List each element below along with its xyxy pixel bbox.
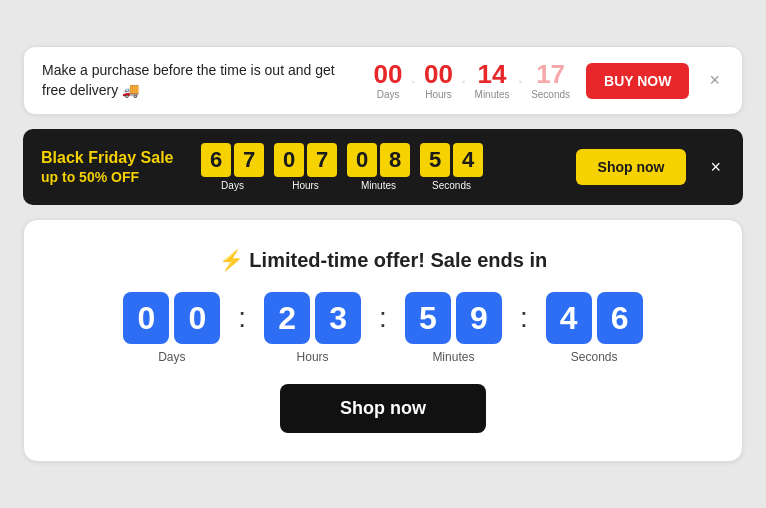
minutes-label: Minutes xyxy=(475,89,510,100)
bf-subtitle: up to 50% OFF xyxy=(41,169,181,185)
sale-seconds-d2: 6 xyxy=(597,292,643,344)
sale-days-label: Days xyxy=(158,350,185,364)
sale-minutes-d2: 9 xyxy=(456,292,502,344)
buy-now-button[interactable]: BUY NOW xyxy=(586,63,689,99)
hours-label: Hours xyxy=(425,89,452,100)
days-value: 00 xyxy=(374,61,403,87)
bf-banner: Black Friday Sale up to 50% OFF 6 7 Days… xyxy=(23,129,743,205)
bf-title: Black Friday Sale xyxy=(41,149,181,167)
sale-days-d2: 0 xyxy=(174,292,220,344)
sale-minutes-d1: 5 xyxy=(405,292,451,344)
sale-days: 0 0 Days xyxy=(123,292,220,364)
sale-countdown: 0 0 Days : 2 3 Hours : 5 9 Minutes : 4 6 xyxy=(123,292,642,364)
delivery-countdown: 00 Days · 00 Hours · 14 Minutes · 17 Sec… xyxy=(374,61,570,100)
sale-seconds-label: Seconds xyxy=(571,350,618,364)
sale-days-digits: 0 0 xyxy=(123,292,220,344)
close-delivery-button[interactable]: × xyxy=(705,70,724,91)
bf-minutes-digits: 0 8 xyxy=(347,143,410,177)
bf-shop-now-button[interactable]: Shop now xyxy=(576,149,687,185)
bf-seconds-label: Seconds xyxy=(432,180,471,191)
bf-seconds-digits: 5 4 xyxy=(420,143,483,177)
bf-hours-d2: 7 xyxy=(307,143,337,177)
seconds-label: Seconds xyxy=(531,89,570,100)
bf-hours-digits: 0 7 xyxy=(274,143,337,177)
sale-hours-digits: 2 3 xyxy=(264,292,361,344)
seconds-value: 17 xyxy=(536,61,565,87)
sale-seconds-d1: 4 xyxy=(546,292,592,344)
sep1: · xyxy=(411,69,417,92)
bf-minutes: 0 8 Minutes xyxy=(347,143,410,191)
sale-seconds-digits: 4 6 xyxy=(546,292,643,344)
delivery-banner: Make a purchase before the time is out a… xyxy=(23,46,743,115)
countdown-seconds: 17 Seconds xyxy=(531,61,570,100)
bf-minutes-d1: 0 xyxy=(347,143,377,177)
bf-countdown: 6 7 Days 0 7 Hours 0 8 Minutes 5 4 Secon… xyxy=(201,143,556,191)
delivery-message: Make a purchase before the time is out a… xyxy=(42,61,358,100)
sep3: · xyxy=(518,69,524,92)
bf-seconds: 5 4 Seconds xyxy=(420,143,483,191)
bf-text: Black Friday Sale up to 50% OFF xyxy=(41,149,181,185)
sale-minutes-digits: 5 9 xyxy=(405,292,502,344)
countdown-days: 00 Days xyxy=(374,61,403,100)
bf-days-label: Days xyxy=(221,180,244,191)
sale-days-d1: 0 xyxy=(123,292,169,344)
sale-hours-label: Hours xyxy=(297,350,329,364)
sale-sep1: : xyxy=(238,302,246,334)
bf-minutes-d2: 8 xyxy=(380,143,410,177)
bf-days-d2: 7 xyxy=(234,143,264,177)
bf-days-d1: 6 xyxy=(201,143,231,177)
bf-seconds-d1: 5 xyxy=(420,143,450,177)
bf-hours-label: Hours xyxy=(292,180,319,191)
close-bf-button[interactable]: × xyxy=(706,157,725,178)
minutes-value: 14 xyxy=(478,61,507,87)
countdown-hours: 00 Hours xyxy=(424,61,453,100)
bf-seconds-d2: 4 xyxy=(453,143,483,177)
bf-days-digits: 6 7 xyxy=(201,143,264,177)
hours-value: 00 xyxy=(424,61,453,87)
sale-sep2: : xyxy=(379,302,387,334)
sale-shop-now-button[interactable]: Shop now xyxy=(280,384,486,433)
sale-hours-d2: 3 xyxy=(315,292,361,344)
sale-hours-d1: 2 xyxy=(264,292,310,344)
bf-hours: 0 7 Hours xyxy=(274,143,337,191)
countdown-minutes: 14 Minutes xyxy=(475,61,510,100)
days-label: Days xyxy=(377,89,400,100)
sep2: · xyxy=(461,69,467,92)
sale-minutes: 5 9 Minutes xyxy=(405,292,502,364)
sale-seconds: 4 6 Seconds xyxy=(546,292,643,364)
bf-minutes-label: Minutes xyxy=(361,180,396,191)
sale-banner: ⚡ Limited-time offer! Sale ends in 0 0 D… xyxy=(23,219,743,462)
sale-title: ⚡ Limited-time offer! Sale ends in xyxy=(219,248,547,272)
bf-hours-d1: 0 xyxy=(274,143,304,177)
bf-days: 6 7 Days xyxy=(201,143,264,191)
sale-hours: 2 3 Hours xyxy=(264,292,361,364)
sale-minutes-label: Minutes xyxy=(432,350,474,364)
sale-sep3: : xyxy=(520,302,528,334)
